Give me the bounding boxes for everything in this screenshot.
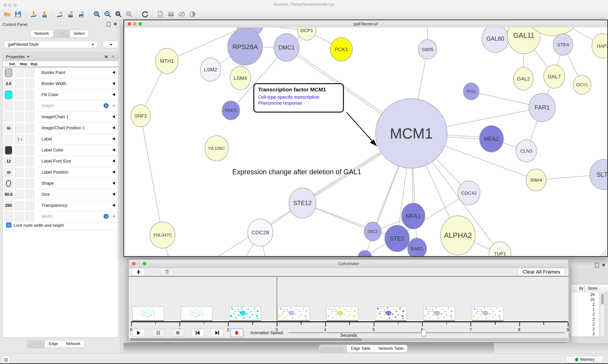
node-mcm1[interactable]: MCM1 xyxy=(375,99,447,168)
record-button[interactable] xyxy=(231,329,243,337)
node-gal7[interactable]: GAL7 xyxy=(544,65,565,88)
node-rps28a[interactable]: RPS28A xyxy=(228,28,263,65)
mapping-cell[interactable] xyxy=(15,124,24,132)
animator-horizontal-scrollbar[interactable] xyxy=(129,338,568,341)
property-row-label[interactable]: ⋮›Label xyxy=(3,134,118,145)
bypass-cell[interactable] xyxy=(26,190,35,199)
node-gic2[interactable]: GIC2 xyxy=(364,222,381,241)
close-window-icon[interactable] xyxy=(128,22,131,26)
bypass-cell[interactable] xyxy=(26,179,35,188)
style-target-tab-node[interactable]: Node xyxy=(28,340,45,348)
node-ste2[interactable]: STE2 xyxy=(385,225,409,252)
annotation-box[interactable]: Transcription factor MCM1 Cell-type-spec… xyxy=(253,83,344,113)
expand-property-icon[interactable] xyxy=(112,137,115,140)
table-row[interactable]: 2 xyxy=(571,332,599,337)
table-row[interactable]: 2 xyxy=(571,302,599,307)
node-dcp1[interactable]: DCP1 xyxy=(298,27,316,40)
table-header-row[interactable]: ity Stres xyxy=(571,284,608,293)
node-ynl047c[interactable]: YNL047C xyxy=(150,222,175,248)
property-row-border-width[interactable]: 2.0Border Width xyxy=(3,78,118,90)
style-options-button[interactable] xyxy=(103,40,119,48)
export-image-button[interactable] xyxy=(77,10,86,18)
bypass-cell[interactable] xyxy=(26,91,35,99)
node-pck1[interactable]: PCK1 xyxy=(330,38,352,61)
mapping-cell[interactable] xyxy=(15,79,24,88)
minimize-window-icon[interactable] xyxy=(138,262,141,265)
task-history-button[interactable] xyxy=(2,356,10,364)
property-row-height[interactable]: Heighti xyxy=(3,101,118,112)
table-row[interactable]: 2 xyxy=(571,322,599,327)
keyframe-thumbnail-2[interactable] xyxy=(229,306,261,321)
cyanimator-traffic-lights[interactable] xyxy=(132,262,146,265)
minimize-window-icon[interactable] xyxy=(133,22,137,26)
node-gal2[interactable]: GAL2 xyxy=(514,67,533,90)
node-cdc42[interactable]: CDC42 xyxy=(458,181,480,205)
node-snf3[interactable]: SNF3 xyxy=(131,105,151,127)
keyframe-thumbnail-3[interactable] xyxy=(278,306,310,321)
add-frame-button[interactable] xyxy=(132,268,145,276)
expand-property-icon[interactable] xyxy=(112,104,115,107)
window-traffic-lights[interactable] xyxy=(128,22,142,26)
table-row[interactable]: 25 xyxy=(571,298,599,302)
default-value-cell[interactable] xyxy=(4,68,13,77)
table-browser-tab-network-table[interactable]: Network Table xyxy=(375,345,407,352)
table-row[interactable]: 2 xyxy=(571,327,599,332)
node-gcy1[interactable]: GCY1 xyxy=(573,75,591,94)
expand-property-icon[interactable] xyxy=(112,159,115,163)
node-lsm2[interactable]: LSM2 xyxy=(200,58,221,81)
mapping-cell[interactable] xyxy=(15,201,24,210)
zoom-in-button[interactable] xyxy=(92,10,102,18)
node-hap2[interactable]: HAP2 xyxy=(592,34,607,58)
mapping-cell[interactable] xyxy=(15,68,24,77)
close-panel-icon[interactable]: ✕ xyxy=(113,22,117,26)
properties-header[interactable]: Properties xyxy=(3,52,118,61)
keyframe-thumbnail-4[interactable] xyxy=(327,306,358,321)
property-row-border-paint[interactable]: Border Paint xyxy=(3,67,118,78)
keyframe-thumbnail-5[interactable] xyxy=(375,306,407,321)
lock-node-size-checkbox[interactable]: ✓ xyxy=(6,222,11,228)
info-icon[interactable]: i xyxy=(104,214,109,219)
mapping-cell[interactable]: ⋮› xyxy=(15,135,24,143)
default-value-cell[interactable]: 2.0 xyxy=(4,79,13,88)
mapping-cell[interactable] xyxy=(15,157,24,166)
network-window-titlebar[interactable]: galFiltered.sif xyxy=(124,20,607,28)
expand-property-icon[interactable] xyxy=(112,193,115,196)
property-row-shape[interactable]: Shape xyxy=(3,178,118,189)
node-ste12[interactable]: STE12 xyxy=(289,188,316,218)
annotation-link-1[interactable]: Cell-type-specific transcription xyxy=(258,94,339,100)
property-row-label-color[interactable]: Label Color xyxy=(3,145,118,156)
control-panel-tab-style[interactable]: Style xyxy=(53,30,70,37)
network-canvas[interactable]: DCP1RPS28ADMC1PCK1SWI5GAL80GAL11STE4HAP2… xyxy=(124,27,607,256)
expand-property-icon[interactable] xyxy=(112,170,115,174)
property-row-fill-color[interactable]: Fill Color xyxy=(3,90,118,101)
control-panel-tab-network[interactable]: Network xyxy=(31,30,53,37)
default-value-cell[interactable] xyxy=(4,135,13,143)
table-browser-tab-edge-table[interactable]: Edge Table xyxy=(347,345,375,352)
timeline-playhead[interactable] xyxy=(276,277,277,322)
node-bar1[interactable]: BAR1 xyxy=(408,238,427,256)
default-value-cell[interactable] xyxy=(4,124,13,132)
import-network-button[interactable] xyxy=(29,10,38,18)
property-row-size[interactable]: 50.0Size xyxy=(3,189,118,200)
memory-button[interactable]: Memory xyxy=(566,356,604,363)
property-row-label-position[interactable]: Label Position xyxy=(3,167,118,178)
property-row-label-font-size[interactable]: 12Label Font Size xyxy=(3,156,118,167)
table-vertical-scrollbar[interactable] xyxy=(600,293,605,336)
clear-all-frames-button[interactable]: Clear All Frames xyxy=(518,268,565,276)
open-session-button[interactable] xyxy=(2,10,12,18)
show-graphics-details-button[interactable] xyxy=(188,10,197,18)
node-slt2[interactable]: SLT2 xyxy=(590,159,607,190)
default-value-cell[interactable] xyxy=(4,113,13,121)
node-gal80[interactable]: GAL80 xyxy=(482,27,509,52)
bypass-cell[interactable] xyxy=(26,135,35,143)
mapping-cell[interactable] xyxy=(15,179,24,188)
property-row-transparency[interactable]: 255Transparency xyxy=(3,200,118,211)
node-yil105c[interactable]: YIL105C xyxy=(205,136,228,161)
style-combobox[interactable]: galFiltered Style xyxy=(4,40,97,48)
play-button[interactable] xyxy=(132,329,145,337)
bypass-cell[interactable] xyxy=(26,146,35,155)
node-cln3[interactable]: CLN3 xyxy=(516,140,537,162)
node-tup1[interactable]: TUP1 xyxy=(489,242,511,256)
expand-property-icon[interactable] xyxy=(112,93,115,96)
default-value-cell[interactable] xyxy=(4,91,13,99)
